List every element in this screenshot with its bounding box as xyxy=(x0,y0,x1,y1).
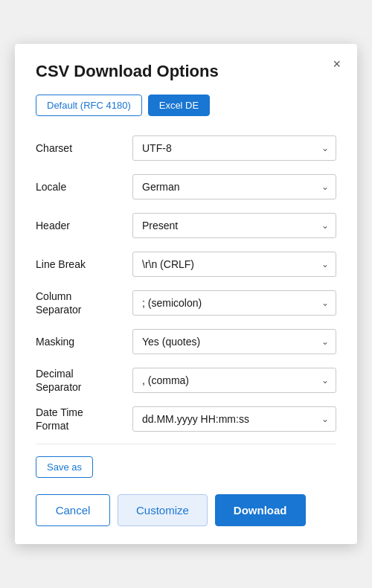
column-separator-select-wrapper: ; (semicolon) ⌄ xyxy=(132,290,336,316)
charset-label: Charset xyxy=(36,141,132,155)
datetime-format-select-wrapper: dd.MM.yyyy HH:mm:ss ⌄ xyxy=(132,406,336,432)
locale-select[interactable]: German xyxy=(132,174,336,199)
preset-excel-button[interactable]: Excel DE xyxy=(148,95,210,116)
column-separator-label: ColumnSeparator xyxy=(36,290,132,316)
decimal-separator-row: DecimalSeparator , (comma) ⌄ xyxy=(36,366,336,394)
header-select-wrapper: Present ⌄ xyxy=(132,213,336,238)
footer-buttons-group: Cancel Customize Download xyxy=(36,494,336,526)
charset-select[interactable]: UTF-8 xyxy=(132,135,336,161)
column-separator-row: ColumnSeparator ; (semicolon) ⌄ xyxy=(36,289,336,317)
locale-row: Locale German ⌄ xyxy=(36,173,336,201)
datetime-format-label: Date TimeFormat xyxy=(36,406,132,432)
preset-default-button[interactable]: Default (RFC 4180) xyxy=(36,95,142,116)
dialog-title: CSV Download Options xyxy=(36,62,336,81)
masking-select-wrapper: Yes (quotes) ⌄ xyxy=(132,329,336,354)
masking-label: Masking xyxy=(36,335,132,348)
header-label: Header xyxy=(36,219,132,232)
csv-download-dialog: × CSV Download Options Default (RFC 4180… xyxy=(15,44,357,544)
datetime-format-row: Date TimeFormat dd.MM.yyyy HH:mm:ss ⌄ xyxy=(36,405,336,433)
column-separator-select[interactable]: ; (semicolon) xyxy=(132,290,336,316)
datetime-format-select[interactable]: dd.MM.yyyy HH:mm:ss xyxy=(132,406,336,432)
charset-select-wrapper: UTF-8 ⌄ xyxy=(132,135,336,161)
header-row: Header Present ⌄ xyxy=(36,211,336,240)
header-select[interactable]: Present xyxy=(132,213,336,238)
linebreak-row: Line Break \r\n (CRLF) ⌄ xyxy=(36,250,336,278)
linebreak-select[interactable]: \r\n (CRLF) xyxy=(132,252,336,277)
locale-select-wrapper: German ⌄ xyxy=(132,174,336,199)
charset-row: Charset UTF-8 ⌄ xyxy=(36,134,336,162)
divider xyxy=(36,444,336,444)
decimal-separator-label: DecimalSeparator xyxy=(36,367,132,394)
decimal-separator-select-wrapper: , (comma) ⌄ xyxy=(132,368,336,393)
close-button[interactable]: × xyxy=(328,56,345,72)
locale-label: Locale xyxy=(36,180,132,194)
masking-row: Masking Yes (quotes) ⌄ xyxy=(36,327,336,356)
customize-button[interactable]: Customize xyxy=(118,494,208,526)
save-as-button[interactable]: Save as xyxy=(36,456,93,478)
cancel-button[interactable]: Cancel xyxy=(36,494,110,526)
linebreak-select-wrapper: \r\n (CRLF) ⌄ xyxy=(132,252,336,277)
masking-select[interactable]: Yes (quotes) xyxy=(132,329,336,354)
preset-buttons-group: Default (RFC 4180) Excel DE xyxy=(36,95,336,116)
download-button[interactable]: Download xyxy=(215,494,306,526)
linebreak-label: Line Break xyxy=(36,258,132,271)
decimal-separator-select[interactable]: , (comma) xyxy=(132,368,336,393)
